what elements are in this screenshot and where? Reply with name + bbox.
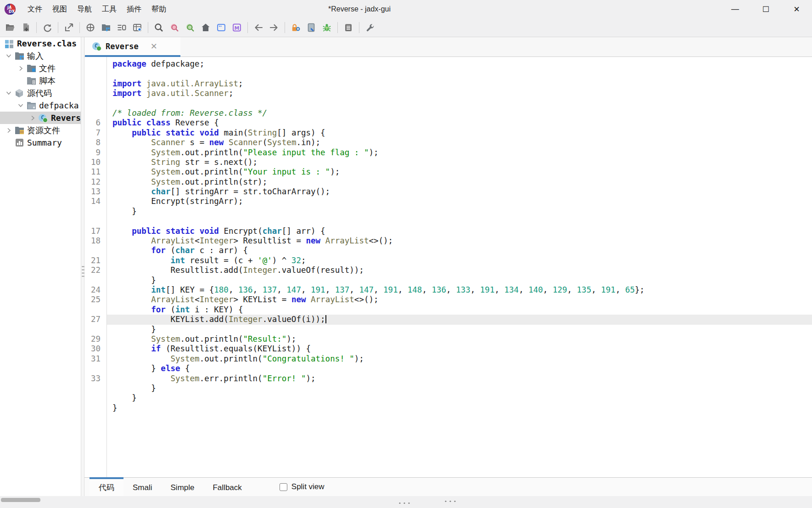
minimize-button[interactable]: — [720, 0, 750, 18]
outline-list-icon[interactable] [114, 20, 129, 35]
code-line[interactable]: 21 int result = (c + '@') ^ 32; [84, 256, 812, 265]
code-line[interactable]: } [84, 325, 812, 334]
add-files-icon[interactable] [18, 20, 34, 35]
code-editor[interactable]: package defpackage;import java.util.Arra… [84, 57, 812, 477]
code-line[interactable]: /* loaded from: Reverse.class */ [84, 108, 812, 118]
code-line[interactable]: 30 if (Resultlist.equals(KEYList)) { [84, 344, 812, 354]
code-line[interactable]: 10 String str = s.next(); [84, 158, 812, 167]
tab-reverse[interactable]: C Reverse ✕ [85, 37, 180, 57]
code-line[interactable] [84, 216, 812, 226]
tab-close-icon[interactable]: ✕ [151, 42, 157, 51]
code-line[interactable]: package defpackage; [84, 59, 812, 69]
toolbar-separator [337, 22, 338, 33]
code-line[interactable]: 11 System.out.println("Your input is : "… [84, 167, 812, 177]
code-line[interactable]: 6public class Reverse { [84, 118, 812, 128]
code-line[interactable]: 17 public static void Encrypt(char[] arr… [84, 226, 812, 236]
code-line[interactable]: 9 System.out.println("Please input the f… [84, 148, 812, 158]
code-line[interactable]: 24 int[] KEY = {180, 136, 137, 147, 191,… [84, 285, 812, 295]
class-search-icon[interactable] [167, 20, 182, 35]
code-line[interactable]: 18 ArrayList<Integer> Resultlist = new A… [84, 236, 812, 246]
tree-item-summary[interactable]: Summary [0, 136, 81, 149]
frame-window-icon[interactable] [213, 20, 229, 35]
close-button[interactable]: ✕ [781, 0, 812, 18]
code-line[interactable]: 29 System.out.println("Result:"); [84, 334, 812, 344]
line-number: 25 [84, 295, 106, 305]
comment-search-icon[interactable] [182, 20, 198, 35]
code-line[interactable]: 25 ArrayList<Integer> KEYList = new Arra… [84, 295, 812, 305]
code-line[interactable]: import java.util.Scanner; [84, 89, 812, 98]
code-line[interactable]: } [84, 276, 812, 285]
chevron-down-icon[interactable] [4, 54, 14, 58]
chevron-right-icon[interactable] [16, 66, 26, 71]
open-file-icon[interactable] [2, 20, 18, 35]
code-line[interactable]: 27 KEYList.add(Integer.valueOf(i)); [84, 315, 812, 324]
tree-item-label: 脚本 [39, 75, 56, 86]
code-line[interactable]: } else { [84, 364, 812, 373]
maximize-button[interactable]: ☐ [750, 0, 781, 18]
code-line[interactable]: 12 System.out.println(str); [84, 177, 812, 187]
chevron-right-icon[interactable] [28, 115, 38, 121]
flat-packages-icon[interactable] [98, 20, 114, 35]
reload-icon[interactable] [39, 20, 55, 35]
tree-item-reverse-class-root[interactable]: Reverse.clas [0, 37, 81, 50]
deobfuscation-icon[interactable] [288, 20, 303, 35]
memory-map-icon[interactable]: M [229, 20, 245, 35]
table-view-icon[interactable] [129, 20, 145, 35]
debugger-icon[interactable] [319, 20, 335, 35]
code-line[interactable] [84, 99, 812, 108]
tree-item-resources[interactable]: 资源文件 [0, 124, 81, 136]
text-search-icon[interactable] [151, 20, 167, 35]
tree-item-input[interactable]: 输入 [0, 50, 81, 62]
code-line[interactable]: } [84, 207, 812, 216]
tree-item-files[interactable]: 文件 [0, 62, 81, 74]
line-number: 10 [84, 158, 106, 167]
chevron-down-icon[interactable] [16, 103, 26, 107]
chevron-down-icon[interactable] [4, 91, 14, 95]
forward-icon[interactable] [266, 20, 282, 35]
export-icon[interactable] [61, 20, 77, 35]
panel-splitter[interactable] [81, 37, 84, 496]
project-tree: Reverse.clas输入文件脚本源代码defpackaCRevers资源文件… [0, 37, 81, 496]
code-line[interactable]: } [84, 393, 812, 403]
tree-item-defpackage[interactable]: defpacka [0, 99, 81, 112]
code-line[interactable]: for (int i : KEY) { [84, 305, 812, 315]
back-icon[interactable] [251, 20, 266, 35]
code-line[interactable]: import java.util.ArrayList; [84, 79, 812, 89]
sidebar-hscrollbar-thumb[interactable] [1, 498, 40, 502]
code-line[interactable]: 8 Scanner s = new Scanner(System.in); [84, 138, 812, 147]
view-tab-simple[interactable]: Simple [162, 477, 204, 496]
menu-help[interactable]: 帮助 [146, 0, 171, 18]
menu-navigation[interactable]: 导航 [72, 0, 97, 18]
tree-item-scripts[interactable]: 脚本 [0, 74, 81, 87]
code-line[interactable]: } [84, 403, 812, 413]
code-line[interactable]: 31 System.out.println("Congratulations! … [84, 354, 812, 364]
rename-icon[interactable] [303, 20, 319, 35]
split-view-checkbox[interactable] [280, 483, 287, 491]
menu-file[interactable]: 文件 [22, 0, 47, 18]
code-line[interactable]: for (char c : arr) { [84, 246, 812, 255]
log-viewer-icon[interactable] [341, 20, 356, 35]
tree-item-reverse-class[interactable]: CRevers [0, 112, 81, 124]
code-text: System.out.println("Please input the fla… [106, 148, 812, 158]
menu-tools[interactable]: 工具 [97, 0, 122, 18]
code-line[interactable]: 7 public static void main(String[] args)… [84, 128, 812, 138]
tree-item-source-code[interactable]: 源代码 [0, 87, 81, 99]
code-line[interactable] [84, 69, 812, 79]
view-tab-fallback[interactable]: Fallback [203, 477, 251, 496]
menu-view[interactable]: 视图 [47, 0, 72, 18]
view-tab-code[interactable]: 代码 [90, 477, 123, 496]
view-tab-smali[interactable]: Smali [123, 477, 162, 496]
code-line[interactable]: 14 Encrypt(stringArr); [84, 197, 812, 206]
code-line[interactable]: 33 System.err.println("Error! "); [84, 374, 812, 384]
splitter-grip-icon[interactable] [443, 500, 456, 502]
globe-icon[interactable] [83, 20, 98, 35]
code-line[interactable]: 13 char[] stringArr = str.toCharArray(); [84, 187, 812, 197]
preferences-icon[interactable] [362, 20, 378, 35]
main-activity-home-icon[interactable] [198, 20, 213, 35]
code-line[interactable]: 22 Resultlist.add(Integer.valueOf(result… [84, 265, 812, 275]
code-line[interactable]: } [84, 384, 812, 393]
summary-icon [14, 138, 25, 147]
splitter-grip-icon[interactable] [398, 502, 410, 504]
menu-plugins[interactable]: 插件 [122, 0, 146, 18]
chevron-right-icon[interactable] [4, 128, 14, 133]
